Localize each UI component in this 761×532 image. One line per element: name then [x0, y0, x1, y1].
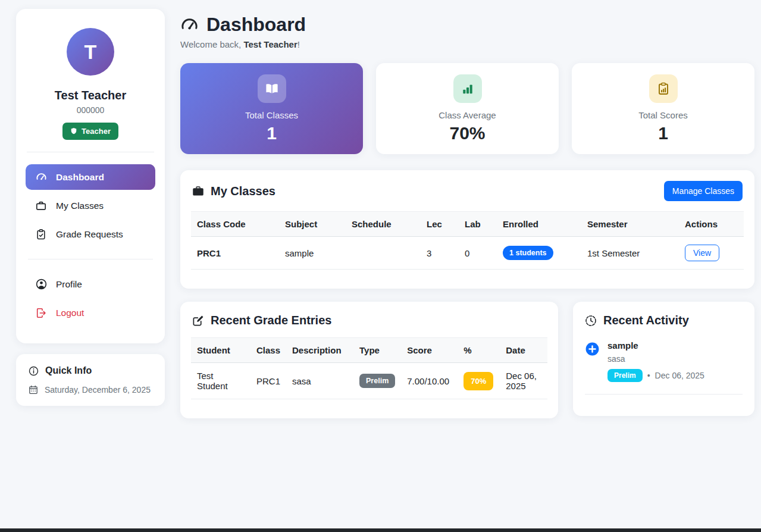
briefcase-icon	[36, 201, 47, 211]
sidebar: T Test Teacher 000000 Teacher Dash	[16, 9, 165, 532]
activity-content: sample sasa Prelim • Dec 06, 2025	[607, 340, 704, 382]
recent-grades-title: Recent Grade Entries	[211, 314, 331, 327]
avatar: T	[67, 28, 114, 76]
my-classes-table-head: Class Code Subject Schedule Lec Lab Enro…	[191, 212, 744, 237]
stat-value: 1	[658, 123, 668, 143]
recent-grades-header: Recent Grade Entries	[191, 314, 547, 327]
percent-cell: 70%	[458, 363, 500, 399]
type-cell: Prelim	[353, 363, 401, 399]
info-circle-icon	[29, 366, 39, 376]
schedule-cell	[346, 237, 421, 270]
column-header: Lab	[459, 212, 497, 237]
sidebar-item-dashboard[interactable]: Dashboard	[26, 164, 155, 190]
manage-classes-button[interactable]: Manage Classes	[664, 181, 743, 201]
table-row: PRC1 sample 3 0 1 students 1st Semester …	[191, 237, 744, 270]
column-header: Subject	[279, 212, 346, 237]
sidebar-item-label: My Classes	[56, 201, 104, 211]
sidebar-item-logout[interactable]: Logout	[26, 301, 155, 326]
sidebar-item-my-classes[interactable]: My Classes	[26, 193, 155, 218]
column-header: Date	[500, 338, 547, 363]
table-row: Test Student PRC1 sasa Prelim 7.00/10.00…	[191, 363, 547, 399]
welcome-name: Test Teacher	[243, 39, 297, 49]
divider	[27, 152, 154, 152]
briefcase-icon	[192, 185, 204, 197]
column-header: Type	[353, 338, 401, 363]
column-header: Score	[401, 338, 458, 363]
quick-info-title: Quick Info	[45, 365, 92, 376]
activity-meta: Prelim • Dec 06, 2025	[607, 369, 704, 382]
quick-info-header: Quick Info	[29, 365, 152, 376]
quick-info-date: Saturday, December 6, 2025	[45, 385, 151, 395]
sidebar-item-label: Grade Requests	[56, 229, 123, 240]
profile-name: Test Teacher	[24, 89, 156, 102]
sidebar-item-grade-requests[interactable]: Grade Requests	[26, 222, 155, 247]
student-cell: Test Student	[191, 363, 250, 399]
stat-card-total-classes: Total Classes 1	[180, 63, 363, 154]
stat-value: 1	[267, 123, 277, 143]
list-item: sample sasa Prelim • Dec 06, 2025	[585, 340, 743, 382]
column-header: Lec	[421, 212, 459, 237]
page-title-row: Dashboard	[180, 14, 754, 36]
enrolled-cell: 1 students	[497, 237, 581, 270]
column-header: Enrolled	[497, 212, 581, 237]
clock-history-icon	[585, 315, 597, 327]
sidebar-item-profile[interactable]: Profile	[26, 271, 155, 297]
welcome-message: Welcome back, Test Teacher!	[180, 39, 754, 49]
page-header: Dashboard Welcome back, Test Teacher!	[180, 14, 754, 49]
recent-activity-title: Recent Activity	[603, 314, 689, 327]
clipboard-data-icon	[649, 74, 678, 103]
column-header: Student	[191, 338, 250, 363]
stat-label: Class Average	[439, 110, 496, 120]
subject-cell: sample	[279, 237, 346, 270]
actions-cell: View	[679, 237, 744, 270]
stat-label: Total Scores	[638, 110, 688, 120]
class-code-cell: PRC1	[191, 237, 279, 270]
bar-chart-icon	[453, 74, 482, 103]
recent-activity-panel: Recent Activity sample sasa Prelim • Dec…	[573, 302, 754, 416]
activity-date: Dec 06, 2025	[655, 371, 704, 380]
quick-info-card: Quick Info Saturday, December 6, 2025	[16, 354, 165, 406]
page-title: Dashboard	[206, 14, 306, 36]
stats-row: Total Classes 1 Class Average 70%	[180, 63, 754, 154]
shield-icon	[70, 127, 77, 135]
role-badge-label: Teacher	[82, 127, 111, 136]
my-classes-table: Class Code Subject Schedule Lec Lab Enro…	[191, 211, 744, 270]
profile-card: T Test Teacher 000000 Teacher Dash	[16, 9, 165, 343]
my-classes-header: My Classes Manage Classes	[191, 181, 744, 201]
my-classes-title-row: My Classes	[192, 184, 275, 198]
type-badge: Prelim	[359, 374, 395, 388]
date-cell: Dec 06, 2025	[500, 363, 547, 399]
column-header: Description	[286, 338, 353, 363]
plus-circle-icon	[585, 342, 600, 382]
recent-grades-panel: Recent Grade Entries Student Class Descr…	[180, 302, 558, 418]
column-header: Schedule	[346, 212, 421, 237]
pencil-square-icon	[192, 315, 204, 327]
score-cell: 7.00/10.00	[401, 363, 458, 399]
lec-cell: 3	[421, 237, 459, 270]
column-header: Class Code	[191, 212, 279, 237]
teacher-dashboard-app: T Test Teacher 000000 Teacher Dash	[0, 0, 761, 532]
column-header: Actions	[679, 212, 744, 237]
sidebar-item-label: Dashboard	[56, 172, 104, 183]
footer-bar	[0, 528, 761, 532]
role-badge: Teacher	[62, 123, 118, 140]
speedometer-icon	[180, 15, 199, 34]
recent-grades-title-row: Recent Grade Entries	[192, 314, 331, 327]
activity-subtitle: sasa	[607, 354, 704, 364]
description-cell: sasa	[286, 363, 353, 399]
divider	[28, 259, 153, 259]
stat-value: 70%	[449, 123, 485, 143]
stat-card-class-average: Class Average 70%	[376, 63, 559, 154]
separator-dot: •	[647, 371, 650, 380]
bottom-row: Recent Grade Entries Student Class Descr…	[180, 302, 754, 418]
profile-id: 000000	[24, 105, 156, 115]
view-button[interactable]: View	[685, 245, 719, 261]
sidebar-nav: Dashboard My Classes	[24, 164, 156, 326]
speedometer-icon	[36, 171, 47, 183]
avatar-letter: T	[84, 40, 97, 64]
recent-grades-table-head: Student Class Description Type Score % D…	[191, 338, 547, 363]
stat-card-total-scores: Total Scores 1	[572, 63, 754, 154]
enrolled-badge: 1 students	[503, 246, 553, 260]
book-icon	[258, 74, 286, 103]
lab-cell: 0	[459, 237, 497, 270]
